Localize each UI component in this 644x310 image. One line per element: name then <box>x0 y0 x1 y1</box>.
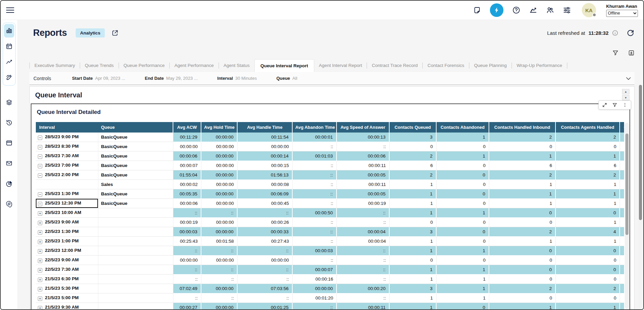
queue-cell[interactable] <box>98 227 173 237</box>
value-cell[interactable]: 00:00:00 <box>201 284 238 293</box>
value-cell[interactable]: 00:00:11 <box>337 161 390 170</box>
value-cell[interactable]: 00:00:45 <box>238 199 293 208</box>
value-cell[interactable]: 2 <box>489 284 556 293</box>
value-cell[interactable]: 00:00:11 <box>337 180 390 189</box>
value-cell[interactable]: 1 <box>556 303 620 309</box>
value-cell[interactable]: :: <box>201 275 238 284</box>
queue-cell[interactable] <box>98 303 173 309</box>
value-cell[interactable]: :: <box>293 199 337 208</box>
sidebar-item-reports[interactable] <box>4 24 14 38</box>
value-cell[interactable]: 1 <box>489 151 556 161</box>
queue-cell[interactable] <box>98 218 173 227</box>
value-cell[interactable]: 1 <box>437 275 489 284</box>
value-cell[interactable]: :: <box>293 256 337 265</box>
value-cell[interactable]: 00:00:03 <box>173 227 201 237</box>
interval-cell[interactable]: +22/5/23 7:30 AM <box>36 265 98 275</box>
table-row[interactable]: −25/5/23 7:00 PMBasicQueue00:00:0700:00:… <box>36 161 624 170</box>
queue-cell[interactable]: BasicQueue <box>98 161 173 170</box>
interval-cell[interactable] <box>36 180 98 189</box>
value-cell[interactable]: 00:00:07 <box>173 161 201 170</box>
value-cell[interactable]: 00:00:27 <box>173 303 201 309</box>
value-cell[interactable]: 1 <box>556 237 620 246</box>
table-row[interactable]: +22/5/23 12:00 PM::::::00:00:03::1100 <box>36 246 624 256</box>
value-cell[interactable]: 00:00:11 <box>337 303 390 309</box>
interval-cell[interactable]: +22/5/23 9:00 AM <box>36 256 98 265</box>
value-cell[interactable]: :: <box>293 180 337 189</box>
queue-cell[interactable] <box>98 284 173 293</box>
value-cell[interactable]: 0 <box>437 256 489 265</box>
column-header-contacts-queued[interactable]: Contacts Queued <box>390 122 437 133</box>
value-cell[interactable]: 0 <box>390 142 437 151</box>
value-cell[interactable]: 1 <box>437 151 489 161</box>
value-cell[interactable]: 00:00:15 <box>238 161 293 170</box>
value-cell[interactable]: 0 <box>489 142 556 151</box>
value-cell[interactable]: 1 <box>437 208 489 218</box>
column-header-co[interactable]: Co <box>620 122 624 133</box>
value-cell[interactable]: 1 <box>390 199 437 208</box>
value-cell[interactable]: 00:00:00 <box>201 303 238 309</box>
queue-cell[interactable] <box>98 265 173 275</box>
queue-cell[interactable] <box>98 275 173 284</box>
tab-queue-planning[interactable]: Queue Planning <box>469 59 512 72</box>
column-header-avg-abandon-time[interactable]: Avg Abandon Time <box>293 122 337 133</box>
expand-row-button[interactable]: + <box>38 259 42 263</box>
table-row[interactable]: +22/5/23 1:30 PM00:00:0300:00:0000:00:33… <box>36 227 624 237</box>
sidebar-item-calendar[interactable] <box>4 40 14 53</box>
value-cell[interactable]: 1 <box>489 180 556 189</box>
collapse-row-button[interactable]: − <box>38 202 42 206</box>
value-cell[interactable]: 1 <box>390 189 437 199</box>
value-cell[interactable]: 0 <box>437 303 489 309</box>
interval-cell[interactable]: +22/5/23 1:00 PM <box>36 237 98 246</box>
value-cell[interactable]: 3 <box>390 227 437 237</box>
value-cell[interactable]: 1 <box>390 246 437 256</box>
value-cell[interactable]: 1 <box>489 303 556 309</box>
interval-cell[interactable]: −28/5/23 8:30 PM <box>36 142 98 151</box>
interval-cell[interactable]: +21/5/23 5:30 PM <box>36 284 98 293</box>
value-cell[interactable]: 1 <box>556 151 620 161</box>
collapse-row-button[interactable]: − <box>38 192 42 197</box>
value-cell[interactable]: 00:00:00 <box>201 256 238 265</box>
value-cell[interactable]: 00:00:00 <box>201 189 238 199</box>
page-scrollbar-thumb[interactable] <box>639 85 642 220</box>
table-row[interactable]: −25/5/23 2:00 PMBasicQueue01:55:0400:00:… <box>36 170 624 180</box>
value-cell[interactable]: 0 <box>437 161 489 170</box>
value-cell[interactable]: 00:00:08 <box>238 180 293 189</box>
sidebar-item-mail[interactable] <box>5 160 13 167</box>
value-cell[interactable]: 1 <box>390 265 437 275</box>
tab-queue-performance[interactable]: Queue Performance <box>119 59 170 72</box>
value-cell[interactable]: 00:00:00 <box>201 199 238 208</box>
refresh-icon[interactable] <box>626 29 635 37</box>
value-cell[interactable]: 00:00:00 <box>201 180 238 189</box>
value-cell[interactable]: 0 <box>556 246 620 256</box>
value-cell[interactable]: 4 <box>556 227 620 237</box>
value-cell[interactable]: 0 <box>489 256 556 265</box>
table-row[interactable]: −28/5/23 8:30 PMBasicQueue00:00:0000:00:… <box>36 142 624 151</box>
value-cell[interactable]: 0 <box>489 246 556 256</box>
value-cell[interactable]: 00:00:00 <box>238 256 293 265</box>
value-cell[interactable]: 00:00:02 <box>173 180 201 189</box>
queue-cell[interactable] <box>98 246 173 256</box>
value-cell[interactable]: 00:00:00 <box>293 284 337 293</box>
column-header-avg-acw[interactable]: Avg ACW <box>173 122 201 133</box>
table-row[interactable]: +22/5/23 1:00 PM00:25:4300:01:5800:27:43… <box>36 237 624 246</box>
value-cell[interactable]: 00:00:05 <box>337 170 390 180</box>
value-cell[interactable]: 0 <box>437 227 489 237</box>
value-cell[interactable]: :: <box>238 265 293 275</box>
value-cell[interactable]: 1 <box>390 275 437 284</box>
table-row[interactable]: +21/5/23 9:30 AM00:00:2700:00:0000:01:25… <box>36 303 624 309</box>
value-cell[interactable]: 0 <box>437 180 489 189</box>
quick-actions-button[interactable] <box>490 3 503 17</box>
interval-cell[interactable]: −25/5/23 1:30 PM <box>36 189 98 199</box>
value-cell[interactable]: 1 <box>556 199 620 208</box>
value-cell[interactable]: 0 <box>556 275 620 284</box>
value-cell[interactable]: 3 <box>390 284 437 293</box>
value-cell[interactable]: 00:27:43 <box>238 237 293 246</box>
queue-cell[interactable]: Sales <box>98 180 173 189</box>
status-select[interactable]: Offline <box>606 10 638 17</box>
expand-row-button[interactable]: + <box>38 268 42 272</box>
value-cell[interactable]: 1 <box>489 237 556 246</box>
value-cell[interactable]: 0 <box>437 218 489 227</box>
tab-agent-status[interactable]: Agent Status <box>219 59 254 72</box>
table-row[interactable]: −25/5/23 12:30 PMBasicQueue00:00:0600:00… <box>36 199 624 208</box>
value-cell[interactable]: 00:01:03 <box>293 151 337 161</box>
